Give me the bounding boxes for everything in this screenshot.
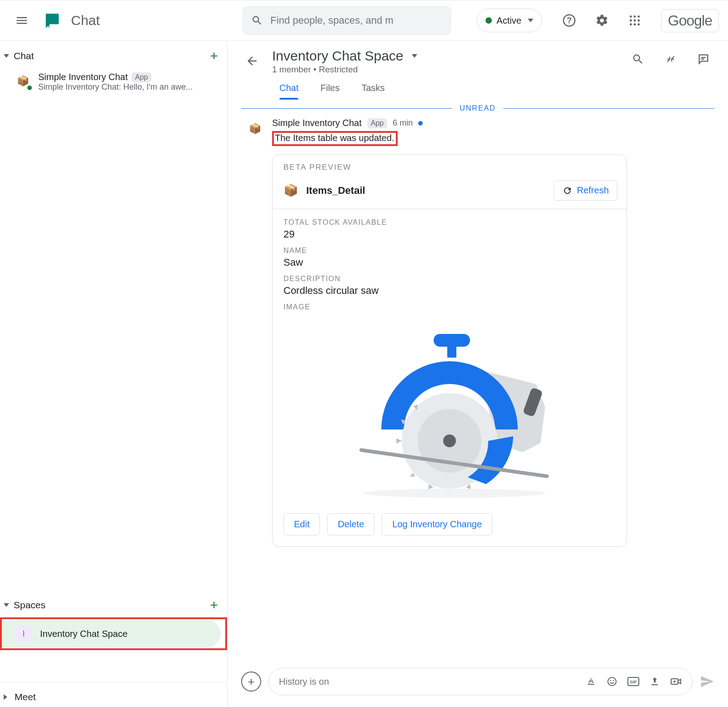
caret-down-icon: [528, 19, 533, 22]
settings-gear-icon[interactable]: [591, 10, 613, 31]
tab-files[interactable]: Files: [320, 83, 339, 100]
annotation-highlight: I Inventory Chat Space: [0, 617, 227, 650]
video-call-icon[interactable]: [670, 676, 682, 687]
composer-row: + GIF: [228, 659, 728, 707]
field-label-desc: DESCRIPTION: [283, 275, 616, 283]
field-value-name: Saw: [283, 257, 616, 268]
search-box[interactable]: [242, 6, 451, 35]
main-panel: Inventory Chat Space 1 member • Restrict…: [228, 41, 728, 707]
unread-dot-icon: [418, 121, 423, 126]
sender-avatar-icon: 📦: [246, 120, 264, 138]
search-icon: [251, 15, 263, 26]
gif-icon[interactable]: GIF: [627, 677, 639, 686]
help-icon[interactable]: ?: [558, 10, 580, 31]
google-logo[interactable]: Google: [661, 9, 719, 32]
search-in-space-icon[interactable]: [627, 48, 649, 70]
send-button[interactable]: [700, 674, 714, 689]
format-text-icon[interactable]: [586, 676, 597, 687]
field-label-name: NAME: [283, 247, 616, 255]
space-avatar-icon: I: [15, 626, 32, 642]
caret-down-icon: [4, 603, 9, 607]
svg-point-2: [630, 15, 632, 18]
presence-dot-icon: [485, 17, 492, 24]
log-change-button[interactable]: Log Inventory Change: [382, 513, 492, 535]
card-title: Items_Detail: [306, 185, 365, 197]
chat-section-label: Chat: [14, 50, 34, 61]
chat-section-header[interactable]: Chat +: [0, 41, 227, 68]
composer-add-button[interactable]: +: [241, 672, 261, 692]
space-item[interactable]: I Inventory Chat Space: [2, 620, 221, 647]
tabs: Chat Files Tasks: [241, 75, 714, 100]
svg-rect-12: [447, 344, 456, 358]
main-menu-icon[interactable]: [9, 8, 35, 33]
svg-point-8: [630, 23, 632, 25]
collapse-icon[interactable]: [660, 48, 682, 70]
unread-label: UNREAD: [460, 104, 496, 112]
card-beta-label: BETA PREVIEW: [273, 155, 627, 177]
status-label: Active: [496, 15, 521, 26]
refresh-icon: [562, 186, 572, 196]
item-card: BETA PREVIEW 📦 Items_Detail Refresh: [272, 154, 627, 547]
apps-grid-icon[interactable]: [624, 10, 646, 31]
space-subtitle: 1 member • Restricted: [272, 65, 417, 75]
spaces-section-header[interactable]: Spaces +: [0, 590, 227, 617]
tab-chat[interactable]: Chat: [279, 83, 298, 100]
composer[interactable]: GIF: [268, 668, 693, 695]
svg-text:GIF: GIF: [630, 680, 637, 684]
presence-dot-icon: [26, 85, 33, 91]
message-time: 6 min: [393, 118, 413, 128]
message: 📦 Simple Inventory Chat App 6 min The It…: [246, 118, 710, 547]
chat-logo-icon: [42, 10, 62, 30]
edit-button[interactable]: Edit: [283, 513, 320, 535]
svg-point-18: [363, 489, 545, 498]
refresh-label: Refresh: [577, 185, 609, 196]
status-selector[interactable]: Active: [477, 9, 541, 32]
unread-divider: UNREAD: [228, 104, 728, 112]
spaces-section-label: Spaces: [14, 600, 46, 611]
chat-avatar-icon: 📦: [14, 72, 32, 90]
caret-right-icon: [4, 694, 10, 700]
space-item-name: Inventory Chat Space: [40, 629, 127, 639]
new-chat-button[interactable]: +: [210, 48, 218, 64]
chat-panel-icon[interactable]: [693, 48, 714, 70]
svg-point-6: [633, 20, 636, 22]
meet-section-header[interactable]: Meet: [0, 684, 227, 707]
message-sender: Simple Inventory Chat: [272, 118, 362, 128]
svg-point-7: [637, 20, 640, 22]
app-badge: App: [131, 72, 152, 82]
svg-point-10: [637, 23, 640, 25]
delete-button[interactable]: Delete: [327, 513, 374, 535]
emoji-icon[interactable]: [607, 676, 617, 687]
svg-point-19: [608, 677, 616, 686]
card-image: [283, 316, 616, 502]
chat-item-title: Simple Inventory Chat: [38, 72, 128, 82]
space-title: Inventory Chat Space: [272, 48, 404, 64]
field-label-stock: TOTAL STOCK AVAILABLE: [283, 218, 616, 227]
app-title: Chat: [71, 13, 100, 28]
space-menu-caret-icon[interactable]: [412, 54, 417, 58]
field-value-stock: 29: [283, 228, 616, 240]
caret-down-icon: [4, 54, 9, 58]
field-label-image: IMAGE: [283, 303, 616, 311]
tab-tasks[interactable]: Tasks: [361, 83, 384, 100]
svg-point-4: [637, 15, 640, 18]
card-icon: 📦: [283, 183, 298, 197]
svg-point-16: [443, 434, 456, 447]
svg-text:?: ?: [566, 16, 571, 25]
top-bar: Chat Active ? Google: [0, 0, 728, 41]
chat-item-preview: Simple Inventory Chat: Hello, I'm an awe…: [38, 82, 211, 92]
refresh-button[interactable]: Refresh: [554, 180, 617, 201]
sidebar: Chat + 📦 Simple Inventory Chat App Simpl…: [0, 41, 228, 707]
meet-section-label: Meet: [15, 692, 36, 702]
app-badge: App: [367, 118, 387, 128]
chat-item[interactable]: 📦 Simple Inventory Chat App Simple Inven…: [0, 68, 227, 96]
search-input[interactable]: [270, 15, 442, 26]
upload-icon[interactable]: [649, 676, 660, 687]
back-button[interactable]: [241, 50, 263, 72]
field-value-desc: Cordless circular saw: [283, 285, 616, 297]
new-space-button[interactable]: +: [210, 597, 218, 613]
message-text: The Items table was updated.: [272, 131, 398, 146]
composer-input[interactable]: [279, 677, 577, 687]
svg-point-9: [633, 23, 636, 25]
svg-point-3: [633, 15, 636, 18]
